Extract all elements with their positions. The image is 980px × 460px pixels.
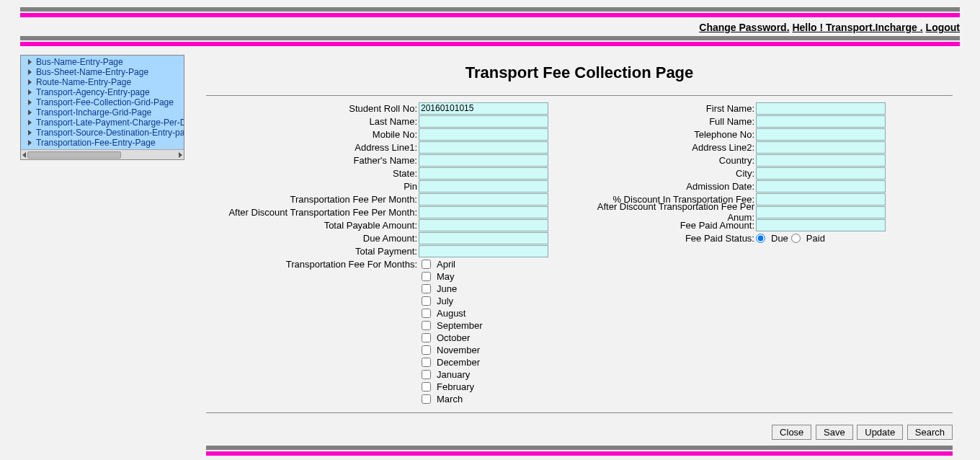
- radio-paid[interactable]: [791, 234, 801, 243]
- page-root: Change Password. Hello ! Transport.Incha…: [14, 7, 966, 460]
- field-state[interactable]: [419, 167, 548, 180]
- field-total-payable[interactable]: [419, 219, 548, 231]
- sidebar: Bus-Name-Entry-PageBus-Sheet-Name-Entry-…: [20, 55, 184, 160]
- sidebar-item-label: Route-Name-Entry-Page: [36, 77, 131, 87]
- sidebar-item-6[interactable]: Transport-Late-Payment-Charge-Per-Da: [21, 118, 184, 128]
- label-after-disc-month: After Discount Transportation Fee Per Mo…: [206, 207, 419, 218]
- field-discount-pct[interactable]: [756, 193, 886, 205]
- month-checkbox-february[interactable]: [422, 382, 431, 392]
- update-button[interactable]: Update: [857, 425, 903, 440]
- month-checkbox-june[interactable]: [422, 284, 431, 293]
- sidebar-item-5[interactable]: Transport-Incharge-Grid-Page: [21, 107, 184, 118]
- logout-link[interactable]: Logout: [926, 22, 960, 33]
- sidebar-item-label: Transport-Incharge-Grid-Page: [36, 107, 151, 118]
- month-checkbox-december[interactable]: [422, 358, 431, 367]
- field-after-disc-annum[interactable]: [756, 206, 886, 218]
- fee-status-radios: Due Paid: [756, 233, 886, 244]
- months-checklist: AprilMayJuneJulyAugustSeptemberOctoberNo…: [206, 258, 953, 405]
- label-first-name: First Name:: [579, 103, 756, 114]
- divider-top: [206, 95, 953, 96]
- month-checkbox-july[interactable]: [422, 296, 431, 306]
- field-fee-paid-amount[interactable]: [756, 219, 886, 231]
- search-button[interactable]: Search: [907, 425, 953, 440]
- sidebar-item-label: Bus-Sheet-Name-Entry-Page: [36, 67, 148, 77]
- field-mobile[interactable]: [419, 128, 548, 141]
- field-first-name[interactable]: [756, 102, 886, 115]
- field-due-amount[interactable]: [419, 232, 548, 244]
- sidebar-item-2[interactable]: Route-Name-Entry-Page: [21, 77, 184, 87]
- month-label: February: [437, 381, 474, 392]
- mid-stripe-grey: [20, 36, 960, 40]
- radio-paid-label: Paid: [806, 233, 825, 244]
- field-pin[interactable]: [419, 180, 548, 193]
- field-total-payment[interactable]: [419, 245, 548, 257]
- main-content: Transport Fee Collection Page Student Ro…: [184, 53, 960, 456]
- triangle-icon: [28, 110, 32, 115]
- month-row: January: [419, 368, 953, 381]
- month-checkbox-november[interactable]: [422, 345, 431, 355]
- field-addr1[interactable]: [419, 141, 548, 154]
- month-checkbox-september[interactable]: [422, 321, 431, 330]
- month-row: February: [419, 381, 953, 393]
- field-telephone[interactable]: [756, 128, 886, 141]
- label-fee-paid-status: Fee Paid Status:: [579, 233, 756, 244]
- field-city[interactable]: [756, 167, 886, 180]
- form-area: Student Roll No:20160101015 Last Name: M…: [206, 102, 953, 270]
- header-links: Change Password. Hello ! Transport.Incha…: [20, 17, 960, 36]
- month-checkbox-may[interactable]: [422, 272, 431, 281]
- sidebar-scrollbar[interactable]: [21, 149, 184, 159]
- month-checkbox-august[interactable]: [422, 309, 431, 318]
- month-checkbox-january[interactable]: [422, 370, 431, 379]
- sidebar-item-4[interactable]: Transport-Fee-Collection-Grid-Page: [21, 97, 184, 107]
- triangle-icon: [28, 130, 32, 136]
- triangle-icon: [28, 79, 32, 85]
- month-checkbox-april[interactable]: [422, 260, 431, 269]
- month-row: June: [419, 283, 953, 295]
- field-fee-month[interactable]: [419, 193, 548, 205]
- field-full-name[interactable]: [756, 115, 886, 128]
- month-row: August: [419, 307, 953, 319]
- label-state: State:: [206, 168, 419, 179]
- label-months: Transportation Fee For Months:: [206, 259, 419, 270]
- sidebar-item-label: Transport-Late-Payment-Charge-Per-Da: [36, 118, 184, 128]
- field-country[interactable]: [756, 154, 886, 167]
- page-title: Transport Fee Collection Page: [206, 63, 953, 82]
- radio-due[interactable]: [756, 234, 765, 243]
- label-total-payable: Total Payable Amount:: [206, 220, 419, 231]
- sidebar-item-1[interactable]: Bus-Sheet-Name-Entry-Page: [21, 67, 184, 77]
- field-student-roll[interactable]: 20160101015: [419, 102, 548, 115]
- sidebar-item-8[interactable]: Transportation-Fee-Entry-Page: [21, 138, 184, 148]
- triangle-icon: [28, 120, 32, 125]
- month-checkbox-october[interactable]: [422, 333, 431, 342]
- scroll-thumb[interactable]: [27, 151, 121, 159]
- save-button[interactable]: Save: [816, 425, 853, 440]
- sidebar-item-7[interactable]: Transport-Source-Destination-Entry-pa: [21, 128, 184, 138]
- month-row: November: [419, 344, 953, 356]
- bottom-stripe-pink: [206, 451, 953, 456]
- label-pin: Pin: [206, 181, 419, 192]
- greeting-link[interactable]: Hello ! Transport.Incharge .: [792, 22, 922, 33]
- month-checkbox-march[interactable]: [422, 394, 431, 404]
- field-admission-date[interactable]: [756, 180, 886, 193]
- triangle-icon: [28, 69, 32, 75]
- mid-stripe-pink: [20, 42, 960, 46]
- month-row: October: [419, 332, 953, 344]
- month-label: April: [437, 259, 455, 270]
- close-button[interactable]: Close: [772, 425, 811, 440]
- month-label: November: [437, 345, 480, 355]
- label-last-name: Last Name:: [206, 116, 419, 127]
- scroll-right-icon[interactable]: [179, 152, 182, 158]
- field-last-name[interactable]: [419, 115, 548, 128]
- field-after-disc-month[interactable]: [419, 206, 548, 218]
- label-fee-paid-amount: Fee Paid Amount:: [579, 220, 756, 231]
- sidebar-item-3[interactable]: Transport-Agency-Entry-page: [21, 87, 184, 97]
- field-father[interactable]: [419, 154, 548, 167]
- month-label: June: [437, 283, 457, 294]
- change-password-link[interactable]: Change Password.: [699, 22, 789, 33]
- sidebar-item-0[interactable]: Bus-Name-Entry-Page: [21, 57, 184, 67]
- sidebar-item-label: Transport-Source-Destination-Entry-pa: [36, 128, 184, 138]
- label-admission-date: Admission Date:: [579, 181, 756, 192]
- field-addr2[interactable]: [756, 141, 886, 154]
- month-row: July: [419, 295, 953, 307]
- scroll-left-icon[interactable]: [22, 152, 26, 158]
